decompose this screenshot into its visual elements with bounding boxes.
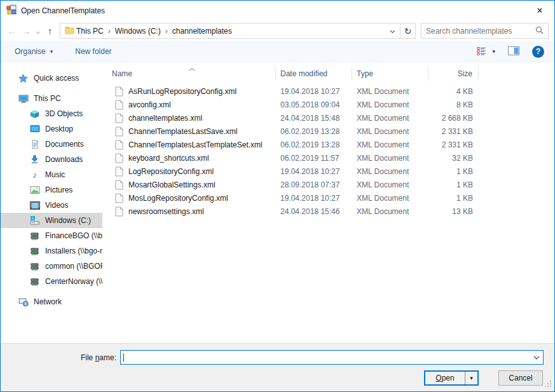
- sidebar-item-label: Desktop: [45, 125, 73, 133]
- organise-button[interactable]: Organise ▾: [15, 47, 53, 56]
- breadcrumb-item[interactable]: This PC: [74, 27, 106, 36]
- refresh-button[interactable]: ↻: [400, 23, 416, 39]
- button-row: Open ▾ Cancel: [1, 370, 554, 386]
- address-row: ← → ↑ This PC › Windows (C:) › channelte…: [1, 20, 554, 41]
- pictures-icon: [29, 185, 40, 195]
- file-type: XML Document: [352, 114, 428, 123]
- file-size: 2 668 KB: [428, 114, 479, 123]
- back-button[interactable]: ←: [4, 24, 19, 39]
- table-row[interactable]: ChannelTemplatesLastTemplateSet.xml 06.0…: [107, 138, 554, 151]
- sidebar-item-documents[interactable]: Documents: [1, 137, 102, 152]
- xml-file-icon: [115, 86, 123, 97]
- open-dropdown-button[interactable]: ▾: [465, 372, 477, 384]
- footer-bar: File name: Open ▾ Cancel: [1, 343, 554, 391]
- sidebar-item-desktop[interactable]: Desktop: [1, 121, 102, 137]
- file-name-row: File name:: [1, 350, 554, 365]
- sidebar-item-installers[interactable]: Installers (\\bgo-mo: [1, 243, 102, 259]
- forward-icon: →: [22, 25, 31, 36]
- chevron-down-icon: [533, 356, 540, 360]
- sidebar-item-common[interactable]: common (\\BGOFS: [1, 259, 102, 274]
- file-size: 1 KB: [428, 180, 479, 189]
- sidebar-gap: [1, 86, 102, 91]
- views-caret-button[interactable]: ▾: [492, 49, 495, 55]
- file-date: 24.04.2018 15:46: [276, 207, 352, 216]
- file-size: 4 KB: [428, 87, 479, 96]
- breadcrumb-item[interactable]: Windows (C:): [113, 27, 163, 36]
- table-row[interactable]: newsroomsettings.xml 24.04.2018 15:46 XM…: [107, 205, 554, 218]
- file-name-dropdown-button[interactable]: [530, 356, 543, 360]
- file-name: ChannelTemplatesLastTemplateSet.xml: [128, 140, 263, 149]
- table-row[interactable]: keyboard_shortcuts.xml 06.02.2019 11:57 …: [107, 151, 554, 165]
- address-bar[interactable]: This PC › Windows (C:) › channeltemplate…: [60, 23, 401, 39]
- forward-button[interactable]: →: [19, 24, 34, 39]
- file-type: XML Document: [352, 167, 428, 176]
- command-toolbar: Organise ▾ New folder ▾ ?: [1, 41, 554, 62]
- this-pc-icon: [18, 93, 29, 104]
- recent-locations-button[interactable]: [34, 24, 43, 39]
- file-date: 19.04.2018 10:27: [276, 167, 352, 176]
- table-row[interactable]: avconfig.xml 03.05.2018 09:04 XML Docume…: [107, 98, 554, 111]
- file-type: XML Document: [352, 194, 428, 203]
- help-button[interactable]: ?: [532, 46, 544, 58]
- videos-icon: [29, 200, 40, 210]
- file-date: 19.04.2018 10:27: [276, 87, 352, 96]
- sidebar-item-label: Documents: [45, 140, 84, 149]
- column-header-date-modified[interactable]: Date modified: [276, 67, 352, 81]
- sidebar-item-label: Videos: [45, 201, 68, 210]
- folder-icon: [65, 26, 74, 36]
- file-name: newsroomsettings.xml: [128, 207, 204, 216]
- file-name-input[interactable]: [124, 351, 530, 364]
- resize-grip[interactable]: [545, 381, 552, 389]
- file-rows: AsRunLogRepositoryConfig.xml 19.04.2018 …: [107, 84, 554, 218]
- cancel-button[interactable]: Cancel: [498, 370, 543, 386]
- file-name: AsRunLogRepositoryConfig.xml: [128, 87, 236, 96]
- sidebar-item-windows-c[interactable]: Windows (C:): [1, 213, 102, 228]
- views-button[interactable]: [477, 46, 487, 58]
- file-name: MosartGlobalSettings.xml: [128, 180, 216, 189]
- sidebar-item-videos[interactable]: Videos: [1, 198, 102, 213]
- sidebar-item-financebgo[interactable]: FinanceBGO (\\bgo: [1, 228, 102, 243]
- open-button[interactable]: Open: [425, 372, 465, 384]
- sidebar-item-centernorway[interactable]: CenterNorway (\\BG: [1, 274, 102, 289]
- file-name: channeltemplates.xml: [128, 114, 202, 123]
- file-size: 13 KB: [428, 207, 479, 216]
- xml-file-icon: [115, 100, 123, 110]
- xml-file-icon: [115, 166, 123, 177]
- address-dropdown-button[interactable]: [385, 27, 400, 36]
- file-type: XML Document: [352, 140, 428, 149]
- column-header-size[interactable]: Size: [428, 67, 479, 81]
- sidebar-item-downloads[interactable]: Downloads: [1, 152, 102, 167]
- table-row[interactable]: ChannelTemplatesLastSave.xml 06.02.2019 …: [107, 125, 554, 138]
- xml-file-icon: [115, 153, 123, 163]
- sidebar-item-quick-access[interactable]: Quick access: [1, 71, 102, 86]
- close-button[interactable]: ×: [525, 1, 554, 20]
- table-row[interactable]: channeltemplates.xml 24.04.2018 15:48 XM…: [107, 111, 554, 125]
- file-date: 24.04.2018 15:48: [276, 114, 352, 123]
- preview-pane-button[interactable]: [508, 46, 519, 57]
- sidebar-item-this-pc[interactable]: This PC: [1, 91, 102, 106]
- file-list-pane: Name Date modified Type Size AsRunLogRep…: [102, 62, 554, 343]
- new-folder-button[interactable]: New folder: [75, 47, 111, 56]
- sidebar-item-3d-objects[interactable]: 3D Objects: [1, 106, 102, 121]
- sidebar-item-pictures[interactable]: Pictures: [1, 182, 102, 198]
- search-input[interactable]: [426, 27, 535, 36]
- file-type: XML Document: [352, 127, 428, 136]
- table-row[interactable]: MosartGlobalSettings.xml 28.09.2018 07:3…: [107, 178, 554, 191]
- chevron-down-icon: ▾: [50, 49, 53, 55]
- app-icon: [6, 4, 17, 17]
- table-row[interactable]: LogRepositoryConfig.xml 19.04.2018 10:27…: [107, 165, 554, 178]
- windows-drive-icon: [29, 215, 40, 226]
- table-row[interactable]: AsRunLogRepositoryConfig.xml 19.04.2018 …: [107, 84, 554, 98]
- sidebar-item-network[interactable]: Network: [1, 294, 102, 309]
- xml-file-icon: [115, 180, 123, 190]
- table-row[interactable]: MosLogRepositoryConfig.xml 19.04.2018 10…: [107, 191, 554, 205]
- column-header-type[interactable]: Type: [352, 67, 428, 81]
- file-date: 28.09.2018 07:37: [276, 180, 352, 189]
- sidebar-item-music[interactable]: ♪ Music: [1, 167, 102, 182]
- file-type: XML Document: [352, 207, 428, 216]
- up-button[interactable]: ↑: [43, 24, 57, 39]
- organise-label: Organise: [15, 47, 46, 56]
- sort-ascending-icon: [189, 64, 195, 73]
- file-type: XML Document: [352, 154, 428, 163]
- breadcrumb-item[interactable]: channeltemplates: [170, 27, 234, 36]
